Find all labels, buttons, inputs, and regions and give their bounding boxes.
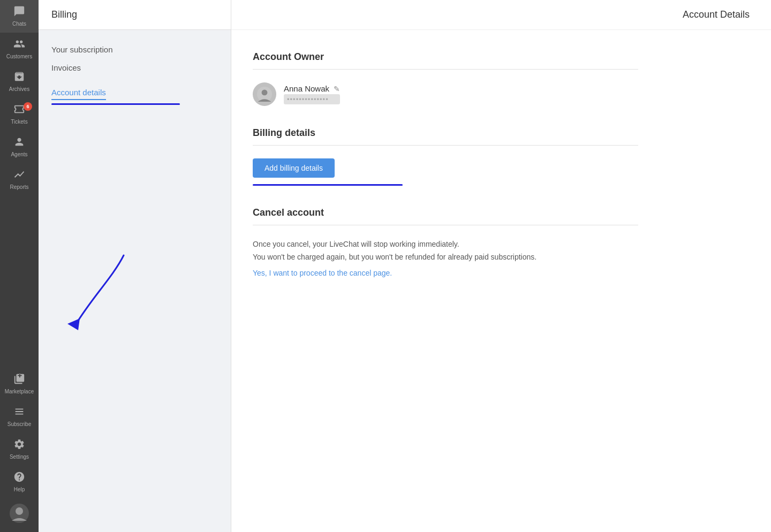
sidebar-item-label-settings: Settings [10, 454, 29, 460]
main-content: Account Owner Anna Nowak ✎ •••••••••••••… [231, 30, 660, 321]
subscribe-icon [13, 406, 25, 420]
account-owner-row: Anna Nowak ✎ •••••••••••••• [253, 82, 638, 106]
svg-point-2 [16, 507, 23, 515]
add-billing-details-button[interactable]: Add billing details [253, 158, 335, 178]
sidebar-item-agents[interactable]: Agents [0, 131, 39, 163]
nav-item-account-details[interactable]: Account details [51, 81, 106, 100]
main-header-title: Account Details [683, 9, 750, 20]
cancel-page-link[interactable]: Yes, I want to proceed to the cancel pag… [253, 269, 392, 277]
sidebar-item-marketplace[interactable]: Marketplace [0, 368, 39, 400]
cancel-text-line1: Once you cancel, your LiveChat will stop… [253, 238, 638, 264]
sidebar-item-tickets[interactable]: 6 Tickets [0, 98, 39, 131]
sidebar-item-label-marketplace: Marketplace [5, 389, 34, 395]
nav-account-details-wrapper: Account details [51, 77, 218, 109]
nav-subscription-wrapper: Your subscription [51, 41, 218, 59]
agents-icon [13, 136, 25, 150]
account-owner-title: Account Owner [253, 51, 638, 63]
sidebar-item-label-archives: Archives [9, 86, 29, 93]
account-owner-divider [253, 69, 638, 70]
main-panel: Account Details Account Owner Anna Nowak [231, 0, 771, 532]
left-panel-header: Billing [39, 0, 231, 30]
chat-icon [13, 5, 25, 20]
sidebar: Chats Customers Archives 6 Tickets Agent… [0, 0, 39, 532]
nav-item-invoices[interactable]: Invoices [51, 57, 81, 79]
owner-name: Anna Nowak [284, 84, 329, 93]
edit-icon[interactable]: ✎ [334, 85, 340, 93]
help-icon [13, 471, 25, 485]
sidebar-item-archives[interactable]: Archives [0, 65, 39, 98]
owner-email: •••••••••••••• [284, 94, 340, 104]
sidebar-item-settings[interactable]: Settings [0, 433, 39, 466]
nav-invoices-wrapper: Invoices [51, 59, 218, 77]
sidebar-item-help[interactable]: Help [0, 466, 39, 498]
reports-icon [13, 169, 25, 183]
cancel-account-section: Cancel account Once you cancel, your Liv… [253, 207, 638, 278]
cancel-account-divider [253, 225, 638, 225]
sidebar-item-customers[interactable]: Customers [0, 33, 39, 65]
settings-icon [13, 438, 25, 453]
avatar [253, 82, 276, 106]
billing-details-divider [253, 145, 638, 146]
owner-name-row: Anna Nowak ✎ [284, 84, 340, 93]
billing-details-title: Billing details [253, 127, 638, 139]
sidebar-item-label-customers: Customers [6, 54, 32, 60]
sidebar-item-profile[interactable] [0, 498, 39, 532]
tickets-badge: 6 [24, 102, 32, 111]
sidebar-item-label-subscribe: Subscribe [7, 421, 31, 428]
sidebar-item-subscribe[interactable]: Subscribe [0, 400, 39, 433]
sidebar-item-label-reports: Reports [10, 184, 28, 191]
sidebar-item-reports[interactable]: Reports [0, 163, 39, 196]
svg-point-4 [262, 89, 268, 95]
main-header: Account Details [231, 0, 771, 30]
left-panel-nav: Your subscription Invoices Account detai… [39, 30, 231, 120]
archives-icon [13, 71, 25, 85]
sidebar-item-label-agents: Agents [11, 151, 27, 158]
account-owner-section: Account Owner Anna Nowak ✎ •••••••••••••… [253, 51, 638, 106]
billing-details-section: Billing details Add billing details [253, 127, 638, 186]
billing-details-underline [253, 184, 403, 186]
billing-title: Billing [51, 9, 77, 20]
customers-icon [13, 38, 25, 52]
cancel-account-title: Cancel account [253, 207, 638, 218]
marketplace-icon [13, 373, 25, 387]
owner-info: Anna Nowak ✎ •••••••••••••• [284, 84, 340, 104]
sidebar-item-label-chats: Chats [12, 21, 26, 27]
profile-icon [10, 504, 29, 526]
sidebar-item-label-tickets: Tickets [11, 119, 27, 125]
sidebar-item-label-help: Help [14, 487, 25, 493]
sidebar-item-chats[interactable]: Chats [0, 0, 39, 33]
left-panel: Billing Your subscription Invoices Accou… [39, 0, 231, 532]
account-details-underline [51, 103, 180, 105]
